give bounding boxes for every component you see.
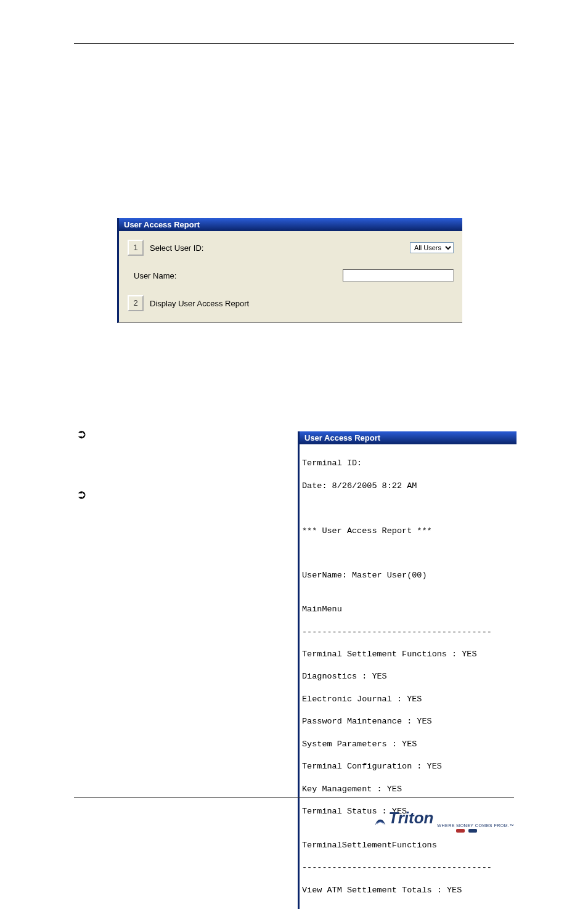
logo-text: Triton <box>388 809 433 828</box>
dialog-title: User Access Report <box>300 431 517 444</box>
dialog-title: User Access Report <box>119 218 462 231</box>
report-line: System Parameters : YES <box>302 739 514 750</box>
report-line: Password Maintenance : YES <box>302 716 514 727</box>
report-line: -------------------------------------- <box>302 862 514 873</box>
report-line: View ATM Settlement Totals : YES <box>302 885 514 896</box>
logo-swoosh-icon <box>374 814 387 828</box>
report-line: MainMenu <box>302 604 514 615</box>
report-line: TerminalSettlementFunctions <box>302 840 514 851</box>
report-line: UserName: Master User(00) <box>302 570 514 581</box>
user-access-report-output-dialog: User Access Report Terminal ID: Date: 8/… <box>298 431 517 909</box>
user-name-input[interactable] <box>343 269 454 282</box>
user-access-report-dialog: User Access Report 1 Select User ID: All… <box>117 218 462 323</box>
triton-logo: Triton WHERE MONEY COMES FROM.™ <box>374 809 514 833</box>
option-1-button[interactable]: 1 <box>128 240 144 256</box>
bullet-arrow-icon: ➲ <box>76 487 87 502</box>
horizontal-rule <box>74 797 514 798</box>
logo-accent-blue <box>468 829 477 833</box>
report-line: Diagnostics : YES <box>302 671 514 682</box>
horizontal-rule <box>74 43 514 44</box>
display-report-label: Display User Access Report <box>150 299 249 308</box>
report-body: Terminal ID: Date: 8/26/2005 8:22 AM ***… <box>300 444 517 909</box>
dialog-body: 1 Select User ID: All Users User Name: 2… <box>119 231 462 322</box>
report-line: *** User Access Report *** <box>302 526 514 537</box>
user-name-row: User Name: <box>128 269 454 282</box>
report-line: Key Management : YES <box>302 784 514 795</box>
option-2-button[interactable]: 2 <box>128 295 144 311</box>
report-line: Terminal Configuration : YES <box>302 761 514 772</box>
select-user-id-row: 1 Select User ID: All Users <box>128 240 454 256</box>
select-user-id-label: Select User ID: <box>150 243 203 253</box>
user-id-select[interactable]: All Users <box>410 242 454 253</box>
report-line: Terminal Settlement Functions : YES <box>302 649 514 660</box>
report-line: Date: 8/26/2005 8:22 AM <box>302 481 514 492</box>
user-name-label: User Name: <box>134 271 176 280</box>
logo-accent-red <box>456 829 465 833</box>
display-report-row: 2 Display User Access Report <box>128 295 454 311</box>
report-line: Terminal ID: <box>302 458 514 469</box>
bullet-arrow-icon: ➲ <box>76 426 87 441</box>
report-line: Electronic Journal : YES <box>302 694 514 705</box>
logo-accent-bars <box>374 829 514 833</box>
report-line: -------------------------------------- <box>302 627 514 638</box>
logo-tagline: WHERE MONEY COMES FROM.™ <box>437 823 514 828</box>
